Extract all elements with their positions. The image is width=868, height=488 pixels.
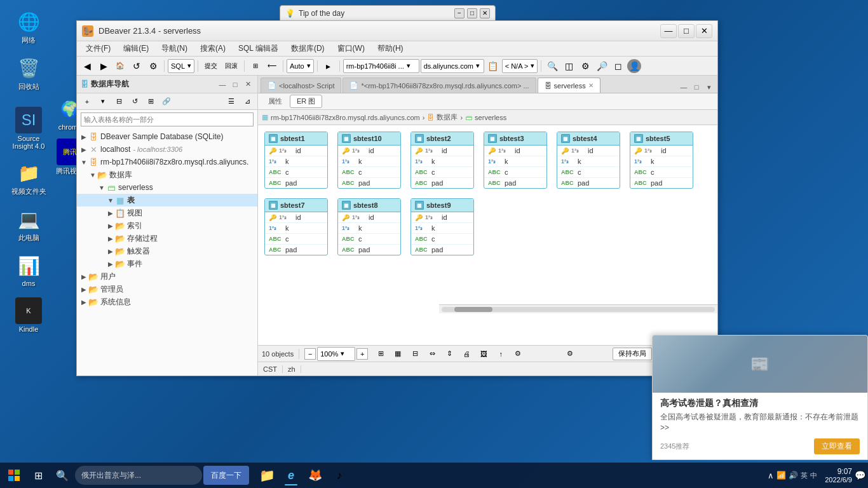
desktop-icon-kindle[interactable]: K Kindle xyxy=(6,295,51,336)
panel-toolbar-settings[interactable]: ☰ xyxy=(224,95,239,109)
zoom-in-btn[interactable]: + xyxy=(356,348,368,360)
zoom-out-btn[interactable]: − xyxy=(304,348,316,360)
table-card-sbtest3[interactable]: ▦ sbtest3 🔑 1²₃ id 1²₃ xyxy=(484,132,547,189)
db-dropdown[interactable]: ds.aliyuncs.com ▾ xyxy=(421,59,484,73)
menu-help[interactable]: 帮助(H) xyxy=(371,42,410,55)
tree-managers[interactable]: ▶ 📂 管理员 xyxy=(77,283,257,295)
desktop-icon-network[interactable]: 🌐 网络 xyxy=(6,6,51,48)
tip-maximize[interactable]: □ xyxy=(467,8,477,18)
table-card-sbtest9[interactable]: ▦ sbtest9 🔑 1²₃ id 1²₃ xyxy=(410,198,474,255)
toolbar-indent[interactable]: ⟵ xyxy=(264,59,280,73)
toolbar-settings[interactable]: ⚙ xyxy=(146,59,161,73)
window-close[interactable]: ✕ xyxy=(696,24,712,38)
toolbar-extra2[interactable]: ⚙ xyxy=(578,59,593,73)
table-card-sbtest10[interactable]: ▦ sbtest10 🔑 1²₃ id 1²₃ xyxy=(337,132,401,189)
panel-toolbar-new[interactable]: + xyxy=(79,95,95,109)
tree-rm-bp[interactable]: ▼ 🗄 rm-bp17h406ii8i78zx8ro.mysql.rds.ali… xyxy=(77,156,257,168)
tab-localhost-script[interactable]: 📄 <localhost> Script xyxy=(261,78,341,93)
table-card-sbtest4[interactable]: ▦ sbtest4 🔑 1²₃ id 1²₃ xyxy=(557,132,620,189)
tree-sysinfo[interactable]: ▶ 📂 系统信息 xyxy=(77,295,257,308)
menu-search[interactable]: 搜索(A) xyxy=(194,42,232,55)
tab-maximize[interactable]: □ xyxy=(691,81,702,93)
save-layout-btn[interactable]: 保持布局 xyxy=(613,348,652,360)
notif-action-btn[interactable]: 立即查看 xyxy=(814,438,860,454)
desktop-icon-computer[interactable]: 💻 此电脑 xyxy=(6,204,51,245)
tree-procedures[interactable]: ▶ 📂 存储过程 xyxy=(77,232,257,245)
window-maximize[interactable]: □ xyxy=(678,24,695,38)
panel-toolbar-dropdown[interactable]: ▾ xyxy=(95,95,111,109)
table-card-sbtest8[interactable]: ▦ sbtest8 🔑 1²₃ id 1²₃ xyxy=(337,198,401,255)
toolbar-extra1[interactable]: ◫ xyxy=(561,59,576,73)
toolbar-forward[interactable]: ▶ xyxy=(96,59,111,73)
panel-maximize[interactable]: □ xyxy=(229,79,241,90)
tree-databases[interactable]: ▼ 📂 数据库 xyxy=(77,168,257,181)
tip-close[interactable]: ✕ xyxy=(480,8,490,18)
toggle-events[interactable]: ▶ xyxy=(106,261,115,268)
toolbar-search-db[interactable]: 🔍 xyxy=(545,59,560,73)
toggle-managers[interactable]: ▶ xyxy=(79,286,88,293)
panel-toolbar-filter-toggle[interactable]: ⊿ xyxy=(240,95,255,109)
toggle-triggers[interactable]: ▶ xyxy=(106,248,115,255)
search-input[interactable] xyxy=(84,116,250,123)
view-btn10[interactable]: ⚙ xyxy=(564,347,576,361)
taskbar-firefox[interactable]: 🦊 xyxy=(304,464,327,487)
toggle-localhost[interactable]: ▶ xyxy=(79,146,88,153)
tree-events[interactable]: ▶ 📂 事件 xyxy=(77,257,257,270)
menu-window[interactable]: 窗口(W) xyxy=(331,42,371,55)
tree-users[interactable]: ▶ 📂 用户 xyxy=(77,270,257,283)
sub-tab-properties[interactable]: 属性 xyxy=(262,95,288,107)
table-card-sbtest2[interactable]: ▦ sbtest2 🔑 1²₃ id 1²₃ xyxy=(410,132,474,189)
taskbar-arrow-icon[interactable]: ∧ xyxy=(768,471,774,480)
view-btn2[interactable]: ▦ xyxy=(390,347,405,361)
toolbar-arrow[interactable]: ▸ xyxy=(321,59,336,73)
view-btn9[interactable]: ⚙ xyxy=(510,347,526,361)
taskbar-edge[interactable]: e xyxy=(280,464,302,487)
tree-tables[interactable]: ▼ ▦ 表 xyxy=(77,194,257,207)
toggle-rm-bp[interactable]: ▼ xyxy=(79,159,88,166)
view-btn1[interactable]: ⊞ xyxy=(373,347,388,361)
toggle-views[interactable]: ▶ xyxy=(106,210,115,217)
table-card-sbtest1[interactable]: ▦ sbtest1 🔑 1²₃ id 1²₃ xyxy=(264,132,328,189)
panel-toolbar-filter[interactable]: ⊞ xyxy=(143,95,158,109)
toggle-users[interactable]: ▶ xyxy=(79,273,88,280)
toggle-procedures[interactable]: ▶ xyxy=(106,235,115,242)
tab-serverless-close[interactable]: ✕ xyxy=(588,82,593,89)
desktop-icon-recycle[interactable]: 🗑️ 回收站 xyxy=(6,53,51,94)
window-minimize[interactable]: — xyxy=(660,24,677,38)
tab-serverless[interactable]: 🗄 serverless ✕ xyxy=(538,78,600,93)
tab-rm-script[interactable]: 📄 *<rm-bp17h406ii8i78zx8ro.mysql.rds.ali… xyxy=(342,78,536,93)
tree-serverless[interactable]: ▼ 🗃 serverless xyxy=(77,181,257,194)
panel-toolbar-link[interactable]: 🔗 xyxy=(159,95,174,109)
auto-dropdown[interactable]: Auto ▾ xyxy=(287,59,314,73)
toolbar-extra3[interactable]: 🔎 xyxy=(594,59,609,73)
desktop-icon-video[interactable]: 📁 视频文件夹 xyxy=(6,158,51,199)
table-card-sbtest5[interactable]: ▦ sbtest5 🔑 1²₃ id 1²₃ xyxy=(630,132,693,189)
panel-toolbar-refresh[interactable]: ↺ xyxy=(127,95,142,109)
toolbar-submit[interactable]: 提交 xyxy=(201,59,220,73)
na-dropdown[interactable]: < N/A > ▾ xyxy=(502,59,538,73)
zoom-dropdown[interactable]: 100% ▾ xyxy=(317,347,355,361)
menu-nav[interactable]: 导航(N) xyxy=(155,42,194,55)
table-card-sbtest7[interactable]: ▦ sbtest7 🔑 1²₃ id 1²₃ xyxy=(264,198,328,255)
er-area[interactable]: ▦ sbtest1 🔑 1²₃ id 1²₃ xyxy=(258,125,717,345)
toolbar-avatar[interactable]: 👤 xyxy=(627,59,641,73)
taskbar-explorer[interactable]: 📁 xyxy=(255,464,278,487)
start-button[interactable] xyxy=(3,464,25,487)
tree-indexes[interactable]: ▶ 📂 索引 xyxy=(77,219,257,232)
toggle-serverless[interactable]: ▼ xyxy=(97,184,106,191)
toolbar-refresh[interactable]: ↺ xyxy=(129,59,144,73)
toggle-dbeaver-sample[interactable]: ▶ xyxy=(79,133,88,140)
tree-dbeaver-sample[interactable]: ▶ 🗄 DBeaver Sample Database (SQLite) xyxy=(77,130,257,143)
toggle-tables[interactable]: ▼ xyxy=(106,197,115,204)
toolbar-extra4[interactable]: ◻ xyxy=(611,59,626,73)
toolbar-home[interactable]: 🏠 xyxy=(112,59,128,73)
view-btn5[interactable]: ⇕ xyxy=(442,347,457,361)
taskbar-taskview[interactable]: ⊞ xyxy=(27,464,50,487)
view-btn6[interactable]: 🖨 xyxy=(459,347,474,361)
tab-minimize[interactable]: — xyxy=(678,81,689,93)
connection-dropdown[interactable]: rm-bp17h406ii8i ... ▾ xyxy=(343,59,419,73)
view-btn4[interactable]: ⇔ xyxy=(424,347,440,361)
sql-dropdown[interactable]: SQL ▾ xyxy=(168,59,194,73)
view-btn7[interactable]: 🖼 xyxy=(476,347,491,361)
toggle-databases[interactable]: ▼ xyxy=(88,172,97,179)
